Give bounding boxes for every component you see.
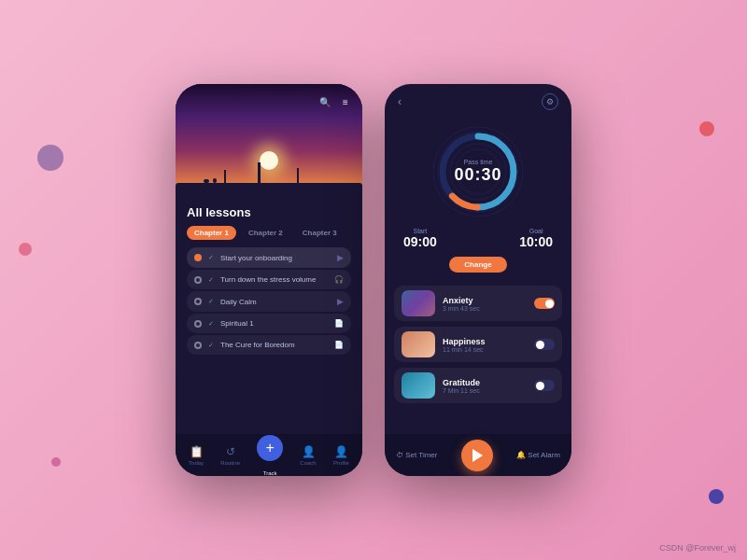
start-goal-row: Start 09:00 Goal 10:00 (385, 223, 571, 254)
check-icon: ✓ (208, 276, 214, 284)
nav-coach[interactable]: 👤 Coach (300, 445, 316, 466)
nav-routine-label: Routine (220, 460, 240, 466)
settings-icon[interactable]: ⚙ (542, 93, 558, 110)
routine-icon: ↺ (226, 445, 235, 458)
gratitude-duration: 7 Min 11 sec (443, 387, 527, 394)
chapter-tab-1[interactable]: Chapter 1 (187, 226, 236, 240)
right-phone-header: ‹ ⚙ (385, 84, 571, 116)
profile-icon: 👤 (334, 445, 348, 458)
nav-today[interactable]: 📋 Today (189, 445, 204, 466)
coach-icon: 👤 (302, 445, 316, 458)
toggle-knob (536, 341, 544, 349)
play-icon (472, 449, 483, 462)
start-label: Start (414, 228, 428, 234)
left-phone: 🔍 ≡ All lessons Chapter 1 Chapter 2 Chap… (176, 84, 362, 476)
lesson-item[interactable]: ✓ Daily Calm ▶ (187, 291, 351, 312)
check-icon: ✓ (208, 254, 214, 261)
lesson-item[interactable]: ✓ Start your onboarding ▶ (187, 247, 351, 268)
gratitude-thumbnail (402, 372, 435, 399)
lesson-dot (194, 342, 202, 349)
lesson-text: Turn down the stress volume (220, 275, 328, 284)
timer-value: 00:30 (454, 165, 501, 185)
happiness-toggle[interactable] (534, 339, 555, 350)
change-button[interactable]: Change (449, 257, 506, 273)
anxiety-thumbnail (402, 290, 435, 316)
meditation-list: Anxiety 3 min 43 sec Happiness 11 min 14… (385, 286, 571, 403)
lesson-text: Spiritual 1 (220, 319, 328, 328)
nav-profile[interactable]: 👤 Profile (333, 445, 349, 466)
play-button[interactable] (461, 440, 493, 471)
back-button[interactable]: ‹ (398, 95, 402, 108)
set-alarm-button[interactable]: 🔔 Set Alarm (516, 451, 560, 459)
happiness-name: Happiness (443, 337, 527, 346)
lesson-action-icon: 📄 (334, 341, 344, 349)
left-phone-header: 🔍 ≡ (308, 90, 362, 114)
lesson-action-icon: ▶ (337, 253, 344, 262)
goal-label: Goal (529, 228, 543, 234)
right-phone: ‹ ⚙ (385, 84, 571, 476)
ring-container: Pass time 00:30 (427, 120, 529, 223)
check-icon: ✓ (208, 298, 214, 305)
lesson-item[interactable]: ✓ The Cure for Boredom 📄 (187, 335, 351, 355)
start-value: 09:00 (403, 234, 437, 249)
anxiety-name: Anxiety (443, 296, 527, 305)
hero-sun (260, 151, 278, 170)
meditation-item-anxiety[interactable]: Anxiety 3 min 43 sec (394, 286, 562, 321)
chapter-tab-2[interactable]: Chapter 2 (241, 226, 290, 240)
lesson-dot (194, 320, 202, 328)
nav-track[interactable]: + Track (257, 435, 283, 476)
nav-profile-label: Profile (333, 460, 349, 466)
nav-today-label: Today (189, 460, 204, 466)
gratitude-toggle[interactable] (534, 380, 555, 391)
meditation-item-happiness[interactable]: Happiness 11 min 14 sec (394, 327, 562, 362)
check-icon: ✓ (208, 342, 214, 349)
lessons-title: All lessons (187, 205, 351, 219)
chapter-tab-4[interactable]: Cha... (349, 226, 351, 240)
decorative-dot-5 (709, 489, 724, 504)
lesson-item[interactable]: ✓ Turn down the stress volume 🎧 (187, 270, 351, 289)
phones-container: 🔍 ≡ All lessons Chapter 1 Chapter 2 Chap… (176, 84, 571, 476)
toggle-knob (536, 382, 544, 390)
nav-track-label: Track (263, 470, 277, 476)
happiness-thumbnail (402, 331, 435, 357)
lesson-text: The Cure for Boredom (220, 341, 328, 349)
toggle-knob (545, 300, 554, 308)
lesson-dot (194, 298, 202, 305)
search-icon[interactable]: 🔍 (317, 94, 332, 109)
nav-routine[interactable]: ↺ Routine (220, 445, 240, 466)
bottom-nav: 📋 Today ↺ Routine + Track 👤 Coach 👤 Prof… (176, 434, 362, 476)
play-bar: ⏱ Set Timer 🔔 Set Alarm (385, 434, 571, 476)
lessons-area: All lessons Chapter 1 Chapter 2 Chapter … (176, 196, 362, 360)
anxiety-info: Anxiety 3 min 43 sec (443, 296, 527, 312)
decorative-dot-1 (37, 145, 63, 171)
lesson-dot (194, 254, 202, 261)
lesson-dot (194, 276, 202, 284)
set-timer-button[interactable]: ⏱ Set Timer (396, 451, 437, 459)
chapter-tab-3[interactable]: Chapter 3 (295, 226, 345, 240)
hero-ground (176, 183, 362, 196)
timer-area: Pass time 00:30 Start 09:00 Goal 10:00 C… (385, 116, 571, 286)
anxiety-toggle[interactable] (534, 298, 555, 309)
happiness-duration: 11 min 14 sec (443, 346, 527, 353)
filter-icon[interactable]: ≡ (338, 94, 353, 109)
gratitude-name: Gratitude (443, 378, 527, 387)
meditation-item-gratitude[interactable]: Gratitude 7 Min 11 sec (394, 368, 562, 403)
decorative-dot-2 (19, 243, 32, 256)
lesson-action-icon: 📄 (334, 319, 344, 328)
start-item: Start 09:00 (403, 228, 437, 249)
timer-center: Pass time 00:30 (427, 120, 529, 223)
anxiety-duration: 3 min 43 sec (443, 305, 527, 312)
lesson-item[interactable]: ✓ Spiritual 1 📄 (187, 314, 351, 333)
goal-item: Goal 10:00 (519, 228, 553, 249)
hero-animal-1 (204, 179, 209, 183)
lesson-action-icon: 🎧 (334, 275, 344, 284)
chapters-row: Chapter 1 Chapter 2 Chapter 3 Cha... (187, 226, 351, 240)
add-track-button[interactable]: + (257, 435, 283, 461)
gratitude-info: Gratitude 7 Min 11 sec (443, 378, 527, 394)
watermark: CSDN @Forever_wj (659, 543, 736, 553)
pass-time-label: Pass time (464, 159, 493, 165)
happiness-info: Happiness 11 min 14 sec (443, 337, 527, 353)
nav-coach-label: Coach (300, 460, 316, 466)
lesson-text: Start your onboarding (220, 254, 331, 262)
lesson-action-icon: ▶ (337, 297, 344, 306)
